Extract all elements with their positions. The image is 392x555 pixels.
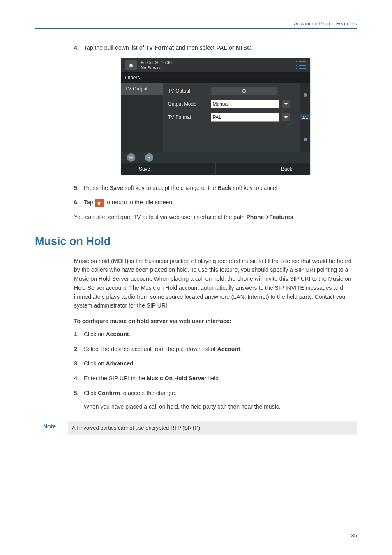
back-softkey[interactable]: Back bbox=[263, 163, 310, 175]
softkey-bar: Save Back bbox=[121, 163, 310, 175]
note: Note All involved parties cannot use enc… bbox=[43, 421, 357, 435]
text: . bbox=[134, 360, 135, 367]
bold: Features bbox=[269, 214, 293, 220]
select-value: Manual bbox=[213, 101, 229, 107]
page-number: 85 bbox=[351, 532, 357, 539]
step-text: Tap the pull-down list of TV Format and … bbox=[84, 44, 357, 53]
step-number: 1. bbox=[74, 330, 84, 339]
bold: Account bbox=[217, 346, 240, 352]
text: Select the desired account from the pull… bbox=[84, 346, 217, 352]
status-service: No Service bbox=[141, 65, 172, 71]
row-label: Output Mode bbox=[168, 101, 211, 107]
text: . bbox=[251, 44, 253, 51]
status-bar: Fri Oct 26 16:30 No Service bbox=[121, 58, 310, 73]
paragraph: You can also configure TV output via web… bbox=[74, 213, 357, 222]
status-text: Fri Oct 26 16:30 No Service bbox=[141, 60, 172, 70]
text: to accept the change. bbox=[120, 390, 177, 396]
bold: TV Format bbox=[145, 44, 174, 51]
tab-label: Others bbox=[125, 75, 140, 81]
step-5b: 5. Click Confirm to accept the change. W… bbox=[74, 389, 357, 412]
chevron-down-icon[interactable] bbox=[282, 113, 290, 121]
bold: Account bbox=[106, 331, 129, 338]
softkey-blank bbox=[168, 163, 216, 175]
step-number: 3. bbox=[74, 359, 84, 368]
section-heading: Music on Hold bbox=[35, 235, 357, 248]
text: Click on bbox=[84, 331, 106, 338]
step-text: Click on Advanced. bbox=[84, 359, 357, 368]
step-number: 5. bbox=[74, 184, 84, 193]
text: Click bbox=[84, 390, 98, 396]
scroll-dot-icon bbox=[304, 93, 307, 97]
bold: PAL bbox=[216, 44, 227, 51]
step-number: 4. bbox=[74, 374, 84, 383]
bold: Advanced bbox=[106, 360, 134, 367]
form-area: TV Output Output Mode Manual bbox=[163, 83, 300, 152]
text: -> bbox=[264, 214, 269, 220]
text: Tap bbox=[84, 199, 95, 206]
step-5: 5. Press the Save soft key to accept the… bbox=[74, 184, 357, 193]
save-softkey[interactable]: Save bbox=[121, 163, 168, 175]
tv-output-toggle[interactable] bbox=[211, 87, 277, 95]
bold: Save bbox=[110, 185, 123, 191]
paragraph: Music on hold (MOH) is the business prac… bbox=[74, 257, 357, 310]
step-text: Click on Account. bbox=[84, 330, 357, 339]
step-4: 4. Tap the pull-down list of TV Format a… bbox=[74, 44, 357, 53]
sidebar: TV Output bbox=[121, 83, 163, 152]
bold: Back bbox=[217, 185, 231, 191]
step-text: Select the desired account from the pull… bbox=[84, 345, 357, 354]
text: Press the bbox=[84, 185, 110, 191]
text: or bbox=[227, 44, 235, 51]
text: field. bbox=[207, 375, 220, 382]
bold: Confirm bbox=[98, 390, 120, 396]
row-label: TV Output bbox=[168, 88, 211, 94]
step-1: 1. Click on Account. bbox=[74, 330, 357, 339]
text: soft key to cancel. bbox=[231, 185, 279, 191]
home-icon bbox=[95, 199, 104, 207]
row-label: TV Format bbox=[168, 114, 211, 120]
text: soft key to accept the change or the bbox=[123, 185, 218, 191]
bold: NTSC bbox=[235, 44, 251, 51]
softkey-blank bbox=[216, 163, 263, 175]
text: You can also configure TV output via web… bbox=[74, 214, 247, 220]
status-time: Fri Oct 26 16:30 bbox=[141, 60, 172, 65]
step-text: Press the Save soft key to accept the ch… bbox=[84, 184, 357, 193]
step-number: 6. bbox=[74, 198, 84, 207]
text: to return to the idle screen. bbox=[104, 199, 173, 206]
arrow-down-icon[interactable] bbox=[145, 153, 153, 162]
scroll-dot-icon bbox=[304, 138, 307, 141]
menu-icon[interactable] bbox=[296, 61, 306, 69]
page-indicator: 1/1 bbox=[300, 114, 310, 120]
bold: Music On Hold Server bbox=[147, 375, 206, 382]
step-text: Enter the SIP URI in the Music On Hold S… bbox=[84, 374, 357, 383]
text: Tap the pull-down list of bbox=[84, 44, 145, 51]
tv-format-select[interactable]: PAL bbox=[211, 113, 279, 121]
tab-bar: Others bbox=[121, 73, 310, 83]
chevron-down-icon[interactable] bbox=[282, 100, 290, 108]
text: Enter the SIP URI in the bbox=[84, 375, 147, 382]
page-header: Advanced Phone Features bbox=[35, 21, 357, 29]
text: and then select bbox=[174, 44, 216, 51]
sidebar-item-tv-output[interactable]: TV Output bbox=[121, 83, 163, 95]
step-number: 2. bbox=[74, 345, 84, 354]
step-3: 3. Click on Advanced. bbox=[74, 359, 357, 368]
text: . bbox=[129, 331, 131, 338]
home-icon[interactable] bbox=[125, 60, 137, 70]
select-value: PAL bbox=[213, 114, 222, 120]
bold: Phone bbox=[247, 214, 264, 220]
output-mode-select[interactable]: Manual bbox=[211, 100, 279, 108]
text: . bbox=[240, 346, 242, 352]
note-body: All involved parties cannot use encrypte… bbox=[68, 421, 357, 435]
nav-icons bbox=[121, 152, 310, 163]
arrow-up-icon[interactable] bbox=[127, 153, 135, 162]
step-4b: 4. Enter the SIP URI in the Music On Hol… bbox=[74, 374, 357, 383]
step-6: 6. Tap to return to the idle screen. bbox=[74, 198, 357, 207]
sub-heading: To configure music on hold server via we… bbox=[74, 318, 357, 324]
note-label: Note bbox=[43, 421, 68, 430]
phone-screenshot: Fri Oct 26 16:30 No Service Others TV Ou… bbox=[121, 58, 310, 175]
scroll-indicator: 1/1 bbox=[300, 83, 310, 152]
step-tail: When you have placed a call on hold, the… bbox=[84, 402, 357, 412]
text: . bbox=[293, 214, 295, 220]
step-number: 5. bbox=[74, 389, 84, 412]
step-text: Click Confirm to accept the change. When… bbox=[84, 389, 357, 412]
step-number: 4. bbox=[74, 44, 84, 53]
